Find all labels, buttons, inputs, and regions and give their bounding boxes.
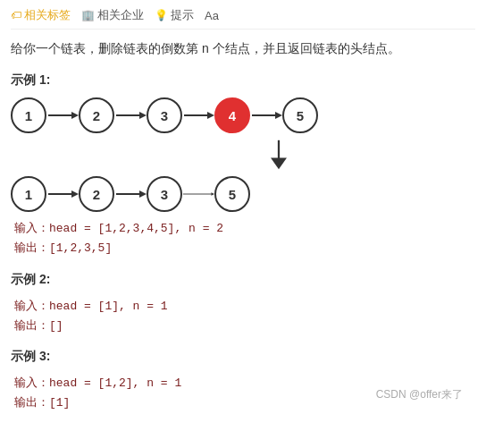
hint-icon: 💡 bbox=[155, 9, 168, 21]
svg-marker-9 bbox=[271, 158, 287, 170]
node-3: 3 bbox=[147, 97, 182, 133]
node-4-deleted: 4 bbox=[214, 97, 250, 133]
svg-marker-5 bbox=[207, 112, 214, 119]
tag-label: 相关标签 bbox=[24, 7, 71, 23]
svg-marker-3 bbox=[139, 112, 147, 119]
arrow-4 bbox=[250, 108, 282, 123]
node-after-2: 2 bbox=[79, 176, 114, 212]
example-2: 示例 2: 输入：head = [1], n = 1 输出：[] bbox=[11, 272, 475, 336]
example-1-title: 示例 1: bbox=[11, 72, 475, 89]
font-label: Aa bbox=[205, 9, 219, 22]
node-2: 2 bbox=[79, 97, 114, 133]
arrow-after-1 bbox=[46, 187, 79, 201]
company-label: 相关企业 bbox=[97, 7, 144, 23]
down-arrow bbox=[82, 139, 475, 171]
hint-button[interactable]: 💡 提示 bbox=[155, 7, 194, 23]
node-after-5: 5 bbox=[214, 176, 250, 212]
tag-button[interactable]: 🏷 相关标签 bbox=[11, 7, 71, 23]
arrow-after-2 bbox=[114, 187, 147, 201]
arrow-2 bbox=[114, 108, 147, 123]
node-after-3: 3 bbox=[147, 176, 182, 212]
node-5: 5 bbox=[282, 97, 318, 133]
example-2-output: 输出：[] bbox=[14, 317, 475, 336]
svg-marker-1 bbox=[71, 112, 79, 119]
node-after-1: 1 bbox=[11, 176, 46, 212]
example-1: 示例 1: 1 2 3 4 5 bbox=[11, 72, 475, 258]
example-2-input: 输入：head = [1], n = 1 bbox=[14, 297, 475, 317]
company-icon: 🏢 bbox=[81, 9, 95, 21]
problem-description: 给你一个链表，删除链表的倒数第 n 个结点，并且返回链表的头结点。 bbox=[11, 38, 475, 58]
example-2-title: 示例 2: bbox=[11, 272, 475, 288]
list-row-before: 1 2 3 4 5 bbox=[11, 97, 475, 133]
list-row-after: 1 2 3 5 bbox=[11, 176, 475, 212]
diagram-before: 1 2 3 4 5 bbox=[11, 97, 475, 212]
svg-marker-13 bbox=[139, 190, 147, 198]
example-1-output: 输出：[1,2,3,5] bbox=[14, 239, 475, 258]
arrow-3 bbox=[182, 108, 214, 123]
svg-marker-11 bbox=[71, 190, 79, 198]
tag-icon: 🏷 bbox=[11, 9, 21, 21]
arrow-after-3 bbox=[182, 187, 214, 201]
company-button[interactable]: 🏢 相关企业 bbox=[81, 7, 144, 23]
arrow-1 bbox=[46, 108, 79, 123]
example-1-input: 输入：head = [1,2,3,4,5], n = 2 bbox=[14, 219, 475, 239]
hint-label: 提示 bbox=[171, 7, 194, 23]
node-1: 1 bbox=[11, 97, 46, 133]
example-3-title: 示例 3: bbox=[11, 349, 475, 365]
csdn-watermark: CSDN @offer来了 bbox=[376, 387, 463, 402]
example-3: 示例 3: 输入：head = [1,2], n = 1 输出：[1] bbox=[11, 349, 475, 413]
font-button[interactable]: Aa bbox=[205, 9, 219, 22]
svg-marker-7 bbox=[275, 112, 282, 119]
toolbar: 🏷 相关标签 🏢 相关企业 💡 提示 Aa bbox=[11, 7, 475, 30]
